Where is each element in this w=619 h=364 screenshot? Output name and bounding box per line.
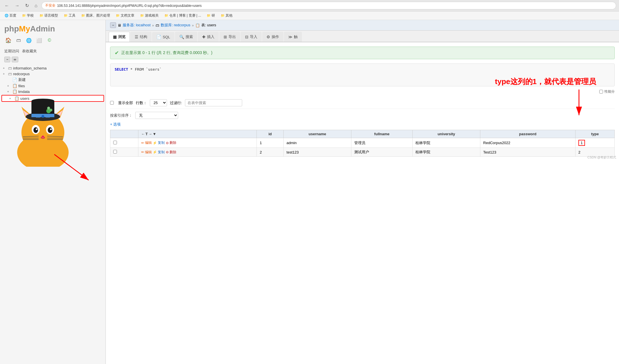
th-id[interactable]: id: [257, 130, 284, 138]
tree-item-files[interactable]: + 📋 files: [0, 83, 106, 89]
tab-sql[interactable]: 📄 SQL: [152, 32, 174, 41]
tree-item-new[interactable]: 📄 新建: [0, 77, 106, 83]
tree-item-redcorpus[interactable]: + 🗃 redcorpus: [0, 71, 106, 77]
result-area: ✔ 正在显示第 0 - 1 行 (共 2 行, 查询花费 0.0003 秒。) …: [106, 42, 619, 161]
th-fullname[interactable]: fullname: [351, 130, 413, 138]
tab-operation[interactable]: ⚙ 操作: [262, 32, 283, 42]
bookmark-baidu[interactable]: 🌐 百度: [2, 13, 19, 19]
tab-export[interactable]: ⊞ 导出: [219, 32, 240, 42]
options-link[interactable]: + 选项: [110, 122, 615, 127]
row2-edit-button[interactable]: ✏ 编辑: [141, 150, 152, 155]
back-button[interactable]: ←: [3, 3, 11, 9]
show-all-checkbox[interactable]: [110, 101, 114, 105]
bookmark-research[interactable]: 📁 研: [204, 13, 217, 19]
server-link[interactable]: 服务器: localhost: [123, 23, 151, 28]
tab-more-label: 触: [294, 34, 298, 39]
bookmark-label: 其他: [226, 13, 232, 18]
tab-import[interactable]: ⊟ 导入: [241, 32, 262, 42]
logo-admin: Admin: [30, 24, 55, 33]
performance-checkbox[interactable]: [599, 90, 603, 94]
row1-copy-button[interactable]: ⚡ 复制: [153, 140, 165, 145]
logo-my: My: [19, 24, 30, 33]
more-icon: ≫: [288, 35, 292, 39]
sidebar-controls: − ∞: [0, 55, 106, 64]
import-icon: ⊟: [245, 35, 248, 39]
table-label-files: files: [18, 84, 25, 88]
sort-row: 按索引排序： 无: [110, 112, 615, 119]
delete-icon-2: ⊖: [166, 150, 169, 154]
row1-edit-button[interactable]: ✏ 编辑: [141, 140, 152, 145]
th-password[interactable]: password: [480, 130, 576, 138]
bookmark-label: 百度: [9, 13, 16, 18]
row1-delete-button[interactable]: ⊖ 删除: [166, 140, 176, 145]
world-icon[interactable]: 🌐: [25, 36, 33, 44]
table-row: ✏ 编辑 ⚡ 复制 ⊖ 删除: [110, 148, 615, 157]
bookmark-langmodel[interactable]: 📁 语言模型: [37, 13, 60, 19]
bookmark-school[interactable]: 📁 学校: [20, 13, 36, 19]
svg-point-27: [47, 107, 50, 110]
sql-editor[interactable]: SELECT * FROM `users`: [110, 63, 615, 86]
svg-point-8: [33, 127, 38, 133]
tab-insert-label: 插入: [207, 34, 214, 39]
database-link[interactable]: 数据库: redcorpus: [161, 23, 190, 28]
tab-more[interactable]: ≫ 触: [284, 32, 302, 42]
row2-copy-button[interactable]: ⚡ 复制: [153, 150, 165, 155]
recent-visits-link[interactable]: 近期访问: [4, 49, 19, 54]
bookmark-images[interactable]: 📁 图床、图片处理: [79, 13, 112, 19]
row2-checkbox[interactable]: [113, 150, 117, 154]
reload-button[interactable]: ↻: [23, 2, 31, 9]
tree-item-tmdata[interactable]: + 📋 tmdata: [0, 89, 106, 94]
tab-structure[interactable]: ☰ 结构: [130, 32, 152, 42]
row1-checkbox[interactable]: [113, 141, 117, 144]
insert-icon: ✚: [202, 35, 206, 39]
table-favorites-link[interactable]: 表收藏夹: [22, 49, 37, 54]
structure-icon: ☰: [135, 35, 138, 39]
home-icon[interactable]: 🏠: [4, 36, 12, 44]
url-text: 106.53.164.141:8888/phpmyadmin/import.ph…: [57, 4, 202, 8]
sort-select[interactable]: 无: [135, 112, 178, 119]
tab-browse[interactable]: ▦ 浏览: [109, 32, 130, 42]
database-icon[interactable]: 🗃: [15, 36, 23, 44]
filter-row: 显示全部 行数： 25 50 100 过滤行:: [110, 97, 615, 109]
tab-insert[interactable]: ✚ 插入: [198, 32, 219, 42]
address-bar[interactable]: 不安全 106.53.164.141:8888/phpmyadmin/impor…: [41, 2, 616, 9]
row2-password: Test123: [480, 148, 576, 157]
svg-point-28: [49, 109, 52, 112]
home-button[interactable]: ⌂: [33, 3, 39, 9]
breadcrumb-toggle-button[interactable]: −: [110, 22, 116, 28]
filter-input[interactable]: [185, 99, 242, 106]
row2-username: test123: [284, 148, 351, 157]
bookmark-games[interactable]: 📁 游戏相关: [138, 13, 161, 19]
row-count-select[interactable]: 25 50 100: [150, 99, 167, 106]
sql-middle: * FROM: [130, 67, 146, 71]
collapse-button[interactable]: −: [4, 57, 10, 62]
new-icon: 📄: [12, 77, 17, 82]
sidebar-nav: 近期访问 表收藏夹: [0, 47, 106, 55]
forward-button[interactable]: →: [13, 3, 21, 9]
row2-fullname: 测试用户: [351, 148, 413, 157]
bookmark-tools[interactable]: 📁 工具: [61, 13, 78, 19]
folder-icon-1: 📁: [22, 14, 26, 17]
tree-item-information-schema[interactable]: + 🗃 information_schema: [0, 65, 106, 71]
data-table: ← T → ▼ id username fullname university: [110, 130, 615, 157]
content-wrapper: ✔ 正在显示第 0 - 1 行 (共 2 行, 查询花费 0.0003 秒。) …: [106, 42, 619, 161]
th-university[interactable]: university: [413, 130, 480, 138]
th-type[interactable]: type: [575, 130, 614, 138]
performance-label: 性能分: [604, 89, 615, 94]
bookmark-docs[interactable]: 📁 文档文章: [114, 13, 137, 19]
bookmark-other[interactable]: 📁 其他: [218, 13, 235, 19]
th-username[interactable]: username: [284, 130, 351, 138]
tab-search[interactable]: 🔍 搜索: [175, 32, 197, 42]
row2-id: 2: [257, 148, 284, 157]
tab-browse-label: 浏览: [118, 34, 126, 39]
tab-sql-label: SQL: [163, 35, 170, 39]
row1-university: 桂林学院: [413, 138, 480, 148]
row1-type: 1: [575, 138, 614, 148]
database-breadcrumb-icon: 🗃: [156, 23, 159, 27]
power-icon[interactable]: ©: [45, 36, 53, 44]
bookmark-label: 仓库 | 博客 | 竞赛 | ...: [169, 13, 201, 18]
bookmark-warehouse[interactable]: 📁 仓库 | 博客 | 竞赛 | ...: [162, 13, 203, 19]
row2-delete-button[interactable]: ⊖ 删除: [166, 150, 176, 155]
settings-icon[interactable]: ⬜: [35, 36, 43, 44]
link-button[interactable]: ∞: [12, 57, 18, 62]
